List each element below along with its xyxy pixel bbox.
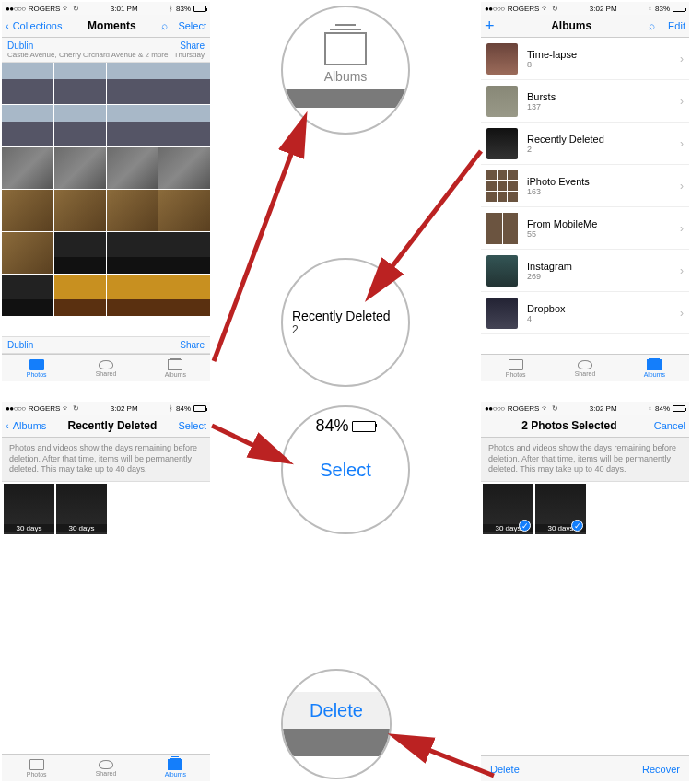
photo-thumb[interactable] (158, 275, 210, 316)
tab-bar: Photos Shared Albums (2, 354, 210, 381)
photo-thumb[interactable] (54, 63, 106, 104)
moment-header[interactable]: DublinCastle Avenue, Cherry Orchard Aven… (2, 38, 210, 63)
callout-albums-tab: Albums (281, 6, 410, 135)
photo-thumb[interactable] (2, 232, 53, 274)
cloud-icon (578, 360, 592, 369)
toolbar: Delete Recover (481, 755, 689, 781)
clock: 3:02 PM (111, 404, 138, 413)
album-row-bursts[interactable]: Bursts137› (481, 80, 689, 123)
carrier-label: ROGERS (29, 5, 61, 13)
battery-icon (193, 405, 206, 412)
photo-thumb[interactable] (54, 105, 106, 146)
moment-header[interactable]: Dublin Share (2, 336, 210, 354)
photo-thumb[interactable] (107, 147, 158, 189)
bluetooth-icon: ᚼ (648, 404, 652, 413)
albums-icon (168, 759, 182, 770)
sync-icon: ↻ (552, 404, 558, 413)
tab-albums[interactable]: Albums (620, 355, 689, 381)
chevron-left-icon: ‹ (6, 420, 9, 431)
tab-bar: Photos Shared Albums (481, 354, 689, 381)
tab-albums[interactable]: Albums (141, 355, 210, 381)
photo-thumb[interactable] (107, 190, 158, 231)
tab-albums[interactable]: Albums (141, 755, 210, 781)
add-button[interactable]: + (485, 17, 495, 36)
album-row-mobileme[interactable]: From MobileMe55› (481, 207, 689, 250)
photo-thumb[interactable] (158, 63, 210, 104)
carrier-label: ROGERS (29, 404, 61, 413)
signal-icon: ●●○○○ (6, 404, 26, 413)
back-button[interactable]: ‹Albums (6, 420, 46, 431)
date-label: Thursday (174, 51, 205, 59)
album-row-recently-deleted[interactable]: Recently Deleted2› (481, 123, 689, 165)
page-title: 2 Photos Selected (521, 419, 616, 432)
deleted-thumb[interactable]: 30 days (56, 484, 107, 534)
photos-icon (29, 359, 44, 370)
album-row-instagram[interactable]: Instagram269› (481, 250, 689, 292)
select-button[interactable]: Select (178, 20, 206, 31)
search-icon[interactable]: ⌕ (161, 19, 168, 32)
nav-bar: ‹Collections Moments ⌕ Select (2, 15, 210, 38)
deleted-grid: 30 days 30 days (2, 482, 210, 536)
album-row-timelapse[interactable]: Time-lapse8› (481, 38, 689, 80)
svg-line-3 (212, 426, 286, 461)
search-icon[interactable]: ⌕ (649, 19, 655, 32)
photo-grid (2, 63, 210, 316)
wifi-icon: ᯤ (63, 5, 70, 13)
tab-shared[interactable]: Shared (71, 355, 140, 381)
photo-thumb[interactable] (54, 147, 106, 189)
photo-thumb[interactable] (158, 232, 210, 274)
back-button[interactable]: ‹Collections (6, 20, 62, 31)
status-bar: ●●○○○ ROGERS ᯤ ↻ 3:01 PM ᚼ 83% (2, 2, 210, 15)
albums-icon (324, 32, 367, 65)
share-button[interactable]: Share (180, 340, 205, 350)
photo-thumb[interactable] (2, 190, 53, 231)
album-row-dropbox[interactable]: Dropbox4› (481, 292, 689, 334)
page-title: Albums (551, 19, 591, 32)
delete-button[interactable]: Delete (490, 764, 520, 775)
album-row-iphoto-events[interactable]: iPhoto Events163› (481, 165, 689, 207)
photo-thumb[interactable] (107, 232, 158, 274)
tab-shared[interactable]: Shared (71, 755, 140, 781)
screen-albums: ●●○○○ROGERSᯤ↻ 3:02 PM ᚼ83% + Albums ⌕ Ed… (481, 2, 689, 381)
chevron-right-icon: › (680, 264, 684, 277)
deleted-thumb-selected[interactable]: 30 days✓ (483, 484, 533, 534)
tab-photos[interactable]: Photos (2, 755, 71, 781)
tab-photos[interactable]: Photos (481, 355, 550, 381)
clock: 3:02 PM (590, 404, 617, 413)
callout-select: 84% Select (281, 405, 410, 534)
battery-percent: 83% (655, 5, 670, 13)
photo-thumb[interactable] (158, 147, 210, 189)
edit-button[interactable]: Edit (668, 20, 685, 31)
deleted-thumb[interactable]: 30 days (4, 484, 54, 534)
album-count: 2 (292, 323, 399, 336)
carrier-label: ROGERS (508, 404, 540, 413)
photo-thumb[interactable] (158, 190, 210, 231)
photo-thumb[interactable] (2, 275, 53, 316)
status-bar: ●●○○○ROGERSᯤ↻ 3:02 PM ᚼ84% (2, 402, 210, 415)
recover-button[interactable]: Recover (642, 764, 680, 775)
photo-thumb[interactable] (54, 190, 106, 231)
photo-thumb[interactable] (107, 63, 158, 104)
select-button[interactable]: Select (178, 420, 206, 431)
album-name: Recently Deleted (292, 309, 399, 323)
sync-icon: ↻ (73, 5, 79, 13)
battery-icon (673, 6, 685, 12)
sublocation-label: Castle Avenue, Cherry Orchard Avenue & 2… (7, 51, 168, 59)
cancel-button[interactable]: Cancel (654, 420, 685, 431)
albums-icon (168, 359, 182, 370)
share-button[interactable]: Share (174, 41, 205, 51)
photo-thumb[interactable] (2, 147, 53, 189)
photo-thumb[interactable] (107, 275, 158, 316)
photo-thumb[interactable] (2, 63, 53, 104)
tab-photos[interactable]: Photos (2, 355, 71, 381)
photo-thumb[interactable] (2, 105, 53, 146)
svg-line-4 (396, 737, 494, 776)
photo-thumb[interactable] (54, 275, 106, 316)
photo-thumb[interactable] (54, 232, 106, 274)
screen-recently-deleted: ●●○○○ROGERSᯤ↻ 3:02 PM ᚼ84% ‹Albums Recen… (2, 402, 210, 781)
deleted-thumb-selected[interactable]: 30 days✓ (535, 484, 586, 534)
clock: 3:01 PM (111, 5, 138, 13)
tab-shared[interactable]: Shared (550, 355, 619, 381)
photo-thumb[interactable] (107, 105, 158, 146)
photo-thumb[interactable] (158, 105, 210, 146)
